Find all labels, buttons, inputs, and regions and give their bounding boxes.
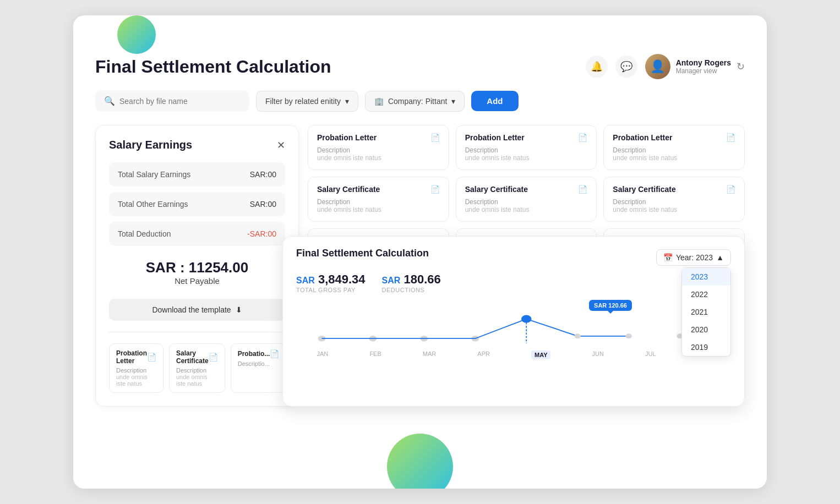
year-option-2020[interactable]: 2020: [682, 321, 730, 338]
main-content: Salary Earnings ✕ Total Salary Earnings …: [95, 125, 745, 407]
doc-name: Probation Letter 📄: [116, 349, 156, 365]
download-label: Download the template: [152, 305, 231, 314]
table-row: Probation Letter📄 Description unde omnis…: [308, 125, 449, 170]
salary-row-3: Total Deduction -SAR:00: [109, 222, 285, 246]
list-item: Probation Letter 📄 Description unde omni…: [109, 343, 163, 393]
header-right: 🔔 💬 👤 Antony Rogers Manager view ↻: [586, 54, 745, 79]
chart-dot: [625, 333, 632, 338]
salary-row-1: Total Salary Earnings SAR:00: [109, 162, 285, 187]
gross-pay-stat: SAR 3,849.34 TOTAL GROSS PAY: [296, 272, 366, 293]
file-icon: 📄: [726, 185, 735, 194]
year-option-2021[interactable]: 2021: [682, 303, 730, 321]
filter-label: Filter by related enitity: [265, 97, 341, 106]
total-salary-label: Total Salary Earnings: [118, 170, 190, 179]
chart-tooltip: SAR 120.66: [589, 300, 632, 311]
header: Final Settlement Calculation 🔔 💬 👤 Anton…: [95, 54, 745, 79]
table-row: Probation Letter📄 Description unde omnis…: [603, 125, 745, 170]
file-icon: 📄: [726, 133, 735, 142]
toolbar: 🔍 Filter by related enitity ▾ 🏢 Company:…: [95, 90, 745, 112]
chart-months: JAN FEB MAR APR MAY JUN JUL AUG: [296, 350, 731, 359]
download-template-button[interactable]: Download the template ⬇: [109, 299, 285, 321]
total-other-value: SAR:00: [250, 200, 276, 209]
total-salary-value: SAR:00: [250, 170, 276, 179]
refresh-icon[interactable]: ↻: [737, 61, 745, 73]
download-icon: ⬇: [236, 305, 242, 314]
year-dropdown: 2023 2022 2021 2020 2019: [681, 267, 731, 357]
chevron-down-icon: ▾: [345, 97, 349, 106]
app-logo: [117, 15, 156, 54]
app-container: Final Settlement Calculation 🔔 💬 👤 Anton…: [73, 15, 767, 489]
company-label: Company: Pittant: [388, 97, 447, 106]
chart-svg: [296, 304, 731, 348]
close-button[interactable]: ✕: [277, 139, 285, 151]
search-icon: 🔍: [104, 96, 115, 106]
total-deduction-label: Total Deduction: [118, 229, 171, 238]
search-input[interactable]: [119, 97, 241, 106]
chevron-up-icon: ▲: [716, 253, 724, 262]
add-button[interactable]: Add: [471, 91, 518, 111]
net-payable: SAR : 11254.00 Net Payable: [109, 259, 285, 286]
net-label: Net Payable: [109, 276, 285, 286]
salary-row-2: Total Other Earnings SAR:00: [109, 192, 285, 216]
file-icon: 📄: [578, 133, 587, 142]
file-icon: 📄: [430, 133, 440, 142]
calendar-icon: 📅: [663, 253, 673, 262]
chevron-down-icon: ▾: [451, 97, 455, 106]
file-icon: 📄: [430, 185, 440, 194]
deductions-stat: SAR 180.66 DEDUCTIONS: [382, 272, 441, 293]
table-row: Salary Certificate📄 Description unde omn…: [603, 177, 745, 222]
file-icon: 📄: [147, 353, 156, 361]
user-role: Manager view: [676, 67, 731, 75]
file-icon: 📄: [578, 185, 587, 194]
building-icon: 🏢: [374, 97, 384, 106]
doc-name: Salary Certificate 📄: [176, 349, 218, 365]
table-row: Probation Letter📄 Description unde omnis…: [456, 125, 597, 170]
chart-area: SAR 120.66: [296, 299, 731, 359]
deductions-value: 180.66: [403, 272, 440, 286]
year-option-2022[interactable]: 2022: [682, 286, 730, 303]
year-option-2019[interactable]: 2019: [682, 338, 730, 356]
search-box: 🔍: [95, 90, 249, 112]
gross-currency: SAR: [296, 276, 315, 285]
divider: [109, 332, 285, 332]
user-info: 👤 Antony Rogers Manager view ↻: [645, 54, 745, 79]
list-item: Probatio... 📄 Descriptio...: [231, 343, 287, 393]
year-label: Year: 2023: [676, 253, 713, 262]
deductions-label: DEDUCTIONS: [382, 287, 441, 293]
salary-panel: Salary Earnings ✕ Total Salary Earnings …: [95, 125, 299, 407]
gross-value: 3,849.34: [318, 272, 366, 286]
stats-row: SAR 3,849.34 TOTAL GROSS PAY SAR 180.66 …: [296, 272, 731, 293]
bottom-doc-cards: Probation Letter 📄 Description unde omni…: [109, 343, 285, 393]
chart-dot: [574, 333, 581, 338]
bell-icon: 🔔: [591, 61, 603, 73]
avatar: 👤: [645, 54, 670, 79]
table-row: Salary Certificate📄 Description unde omn…: [456, 177, 597, 222]
file-icon: 📄: [270, 349, 279, 358]
page-title: Final Settlement Calculation: [95, 57, 331, 77]
chat-icon: 💬: [620, 61, 632, 73]
year-selector[interactable]: 📅 Year: 2023 ▲: [656, 249, 731, 266]
company-dropdown[interactable]: 🏢 Company: Pittant ▾: [365, 91, 465, 112]
salary-panel-title: Salary Earnings: [109, 139, 192, 151]
user-details: Antony Rogers Manager view: [676, 58, 731, 75]
year-option-2023[interactable]: 2023: [682, 268, 730, 286]
table-row: Salary Certificate📄 Description unde omn…: [308, 177, 449, 222]
panel-header: Salary Earnings ✕: [109, 139, 285, 151]
total-other-label: Total Other Earnings: [118, 200, 188, 209]
user-name: Antony Rogers: [676, 58, 731, 67]
list-item: Salary Certificate 📄 Description unde om…: [169, 343, 225, 393]
net-amount: SAR : 11254.00: [109, 259, 285, 276]
chat-button[interactable]: 💬: [615, 56, 637, 78]
notification-button[interactable]: 🔔: [586, 56, 608, 78]
deductions-currency: SAR: [382, 276, 401, 285]
gross-label: TOTAL GROSS PAY: [296, 287, 366, 293]
total-deduction-value: -SAR:00: [247, 229, 276, 238]
file-icon: 📄: [209, 353, 218, 361]
settlement-overlay: Final Settlement Calculation 📅 Year: 202…: [282, 236, 745, 407]
doc-name: Probatio... 📄: [238, 349, 280, 358]
bottom-circle: [387, 434, 453, 489]
filter-dropdown[interactable]: Filter by related enitity ▾: [256, 91, 358, 112]
settlement-title: Final Settlement Calculation: [296, 248, 429, 259]
